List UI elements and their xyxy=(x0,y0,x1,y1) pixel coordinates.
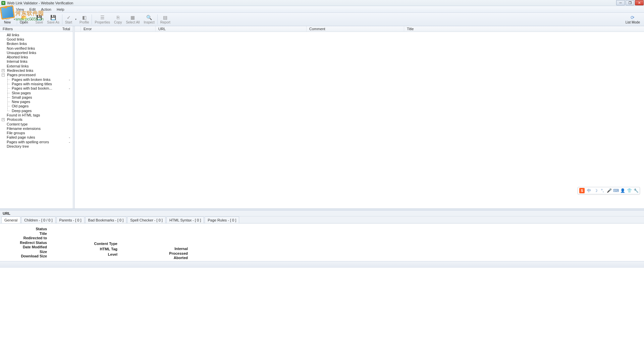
tree-failed-rules[interactable]: Failed page rules- xyxy=(0,135,73,140)
tab-html-syntax[interactable]: HTML Syntax - [ 0 ] xyxy=(166,216,204,223)
details-col-1: Status Title Redirected to Redirect Stat… xyxy=(7,227,47,258)
status-bar xyxy=(0,261,644,268)
close-button[interactable]: ✕ xyxy=(635,0,644,5)
tree-pages-bad-bookmarks[interactable]: Pages with bad bookm...- xyxy=(0,86,73,91)
minimize-button[interactable]: ─ xyxy=(616,0,625,5)
new-icon: ▢ xyxy=(5,15,10,20)
properties-button[interactable]: ☰Properties xyxy=(93,13,112,26)
selectall-button[interactable]: ▦Select All xyxy=(124,13,142,26)
tree-file-groups[interactable]: File groups xyxy=(0,131,73,135)
collapse-icon[interactable]: − xyxy=(2,73,5,77)
tree-spelling-errors[interactable]: Pages with spelling errors- xyxy=(0,140,73,144)
label-processed: Processed xyxy=(144,251,188,255)
label-aborted: Aborted xyxy=(144,256,188,260)
separator xyxy=(92,14,92,24)
maximize-button[interactable]: ❐ xyxy=(626,0,634,5)
separator xyxy=(62,14,62,24)
tree-directory-tree[interactable]: Directory tree xyxy=(0,144,73,148)
window-title: Web Link Validator - Website Verificatio… xyxy=(7,1,73,5)
new-button[interactable]: ▢New xyxy=(2,13,13,26)
ime-moon-icon[interactable]: ☽ xyxy=(593,188,598,193)
ime-lang-icon[interactable]: 中 xyxy=(587,188,591,193)
label-download-size: Download Size xyxy=(7,254,47,258)
tree-found-html-tags[interactable]: Found in HTML tags xyxy=(0,113,73,117)
filters-tree[interactable]: All links Good links Broken links Non-ve… xyxy=(0,32,73,208)
tab-spell-checker[interactable]: Spell Checker - [ 0 ] xyxy=(127,216,166,223)
tree-unsupported-links[interactable]: Unsupported links xyxy=(0,50,73,55)
open-dropdown[interactable]: ▾ xyxy=(30,13,33,26)
saveas-button[interactable]: 💾Save As xyxy=(45,13,61,26)
tree-pages-broken[interactable]: Pages with broken links- xyxy=(0,77,73,82)
new-dropdown[interactable]: ▾ xyxy=(13,13,16,26)
profile-icon: ◧ xyxy=(82,15,87,20)
ime-logo-icon[interactable]: S xyxy=(579,188,585,193)
profile-button[interactable]: ◧Profile xyxy=(77,13,91,26)
ime-punct-icon[interactable]: °, xyxy=(600,188,605,193)
ime-keyboard-icon[interactable]: ⌨ xyxy=(613,188,618,193)
tree-old-pages[interactable]: Old pages xyxy=(0,104,73,108)
start-dropdown[interactable]: ▾ xyxy=(74,13,77,26)
label-title: Title xyxy=(7,232,47,236)
total-col-label[interactable]: Total xyxy=(56,27,73,31)
filters-col-label[interactable]: Filters xyxy=(0,27,56,31)
saveas-icon: 💾 xyxy=(51,15,56,20)
tree-external-links[interactable]: External links xyxy=(0,64,73,68)
tree-pages-processed[interactable]: −Pages processed xyxy=(0,73,73,77)
tree-filename-ext[interactable]: Filename extensions xyxy=(0,126,73,131)
details-col-3: Internal Processed Aborted xyxy=(144,227,188,258)
open-button[interactable]: 📂Open xyxy=(18,13,30,26)
tree-slow-pages[interactable]: Slow pages xyxy=(0,91,73,95)
tree-new-pages[interactable]: New pages xyxy=(0,99,73,104)
label-status: Status xyxy=(7,227,47,231)
listmode-button[interactable]: ⟳List Mode xyxy=(624,13,642,26)
ime-shirt-icon[interactable]: 👕 xyxy=(627,188,632,193)
menu-view[interactable]: View xyxy=(13,7,27,12)
col-comment[interactable]: Comment xyxy=(307,26,404,32)
ime-mic-icon[interactable]: 🎤 xyxy=(607,188,611,193)
details-col-2: Content Type HTML Tag Level xyxy=(74,227,117,258)
menu-action[interactable]: Action xyxy=(38,7,54,12)
col-url[interactable]: URL xyxy=(156,26,307,32)
tree-redirected-links[interactable]: +Redirected links xyxy=(0,68,73,72)
results-body[interactable]: S 中 ☽ °, 🎤 ⌨ 👤 👕 🔧 xyxy=(75,32,644,208)
menu-help[interactable]: Help xyxy=(54,7,67,12)
ime-wrench-icon[interactable]: 🔧 xyxy=(634,188,638,193)
tab-general[interactable]: General xyxy=(1,216,20,223)
copy-icon: ⎘ xyxy=(115,15,121,20)
tab-children[interactable]: Children - [ 0 / 0 ] xyxy=(21,216,55,223)
tree-protocols[interactable]: +Protocols xyxy=(0,117,73,122)
expand-icon[interactable]: + xyxy=(2,118,5,121)
ime-toolbar[interactable]: S 中 ☽ °, 🎤 ⌨ 👤 👕 🔧 xyxy=(578,187,640,194)
col-error[interactable]: Error xyxy=(81,26,156,32)
filters-header: Filters Total xyxy=(0,26,73,32)
tree-pages-missing-titles[interactable]: Pages with missing titles xyxy=(0,82,73,86)
report-button[interactable]: ▤Report xyxy=(158,13,172,26)
title-bar: V Web Link Validator - Website Verificat… xyxy=(0,0,644,6)
inspect-button[interactable]: 🔍Inspect xyxy=(142,13,157,26)
tree-broken-links[interactable]: Broken links xyxy=(0,42,73,46)
tab-parents[interactable]: Parents - [ 0 ] xyxy=(56,216,85,223)
tree-small-pages[interactable]: Small pages xyxy=(0,95,73,99)
tree-good-links[interactable]: Good links xyxy=(0,37,73,41)
tab-bad-bookmarks[interactable]: Bad Bookmarks - [ 0 ] xyxy=(85,216,127,223)
col-title[interactable]: Title xyxy=(404,26,644,32)
ime-person-icon[interactable]: 👤 xyxy=(620,188,625,193)
menu-file[interactable]: File xyxy=(2,7,13,12)
tree-deep-pages[interactable]: Deep pages xyxy=(0,108,73,113)
menu-edit[interactable]: Edit xyxy=(26,7,38,12)
report-icon: ▤ xyxy=(163,15,168,20)
label-html-tag: HTML Tag xyxy=(74,247,117,252)
url-label: URL xyxy=(3,211,10,215)
tree-internal-links[interactable]: Internal links xyxy=(0,59,73,64)
tree-all-links[interactable]: All links xyxy=(0,33,73,37)
selectall-icon: ▦ xyxy=(130,15,136,20)
expand-icon[interactable]: + xyxy=(2,69,5,72)
save-button[interactable]: 💾Save xyxy=(33,13,45,26)
details-panel: Status Title Redirected to Redirect Stat… xyxy=(0,223,644,261)
tab-page-rules[interactable]: Page Rules - [ 0 ] xyxy=(205,216,239,223)
tree-nonverified-links[interactable]: Non-verified links xyxy=(0,46,73,50)
tree-aborted-links[interactable]: Aborted links xyxy=(0,55,73,59)
copy-button[interactable]: ⎘Copy xyxy=(112,13,124,26)
start-button[interactable]: ✓Start xyxy=(63,13,74,26)
tree-content-type[interactable]: Content type xyxy=(0,122,73,126)
